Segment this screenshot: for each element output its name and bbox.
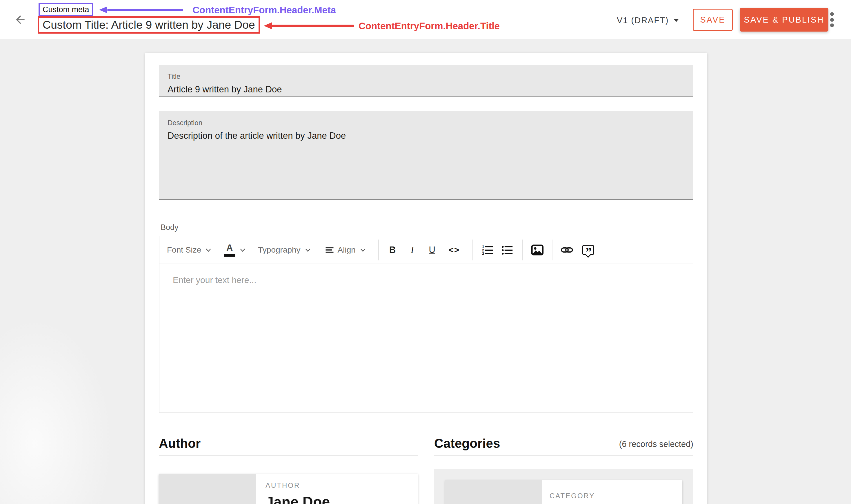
unordered-list-icon [501, 244, 514, 256]
entry-meta-badge: Custom meta [38, 3, 93, 16]
code-button[interactable]: <> [449, 245, 460, 255]
back-button[interactable] [14, 13, 27, 26]
content-entry-form-card: Title Article 9 written by Jane Doe Desc… [145, 53, 707, 504]
kebab-menu-icon [830, 12, 834, 16]
chevron-down-icon [204, 246, 213, 254]
typography-dropdown[interactable]: Typography [258, 245, 312, 255]
content-entry-page: { "header": { "meta": "Custom meta", "ti… [0, 0, 851, 504]
entry-title-text: Custom Title: Article 9 written by Jane … [42, 19, 255, 31]
svg-text:3: 3 [482, 251, 484, 256]
unordered-list-button[interactable] [501, 244, 514, 256]
ordered-list-icon: 1 2 3 [481, 244, 494, 256]
title-field-value: Article 9 written by Jane Doe [168, 84, 684, 95]
save-publish-button-label: SAVE & PUBLISH [744, 15, 824, 24]
image-icon [531, 243, 544, 257]
section-divider [159, 455, 418, 456]
rich-text-editor: Font Size A Typography [159, 236, 693, 413]
section-divider [434, 455, 693, 456]
insert-image-button[interactable] [531, 243, 544, 257]
align-label: Align [338, 245, 355, 255]
save-button-label: SAVE [700, 15, 725, 24]
back-arrow-icon [14, 13, 27, 26]
version-selector[interactable]: V1 (DRAFT) [617, 14, 679, 26]
save-button[interactable]: SAVE [693, 9, 733, 31]
version-label: V1 (DRAFT) [617, 16, 669, 25]
categories-section-title: Categories [434, 436, 500, 451]
title-field[interactable]: Title Article 9 written by Jane Doe [159, 65, 693, 97]
link-icon [560, 244, 573, 256]
toolbar-separator [378, 239, 379, 260]
save-publish-button[interactable]: SAVE & PUBLISH [740, 8, 828, 32]
entry-title-heading: Custom Title: Article 9 written by Jane … [38, 16, 260, 34]
title-annotation-arrow [264, 22, 354, 29]
author-record-card[interactable]: AUTHOR Jane Doe [159, 474, 418, 504]
category-record-card[interactable]: CATEGORY Transportation [445, 480, 682, 504]
categories-selection-count: (6 records selected) [619, 439, 693, 451]
align-icon [324, 245, 335, 255]
description-field-label: Description [168, 119, 684, 127]
title-field-label: Title [168, 72, 684, 80]
chevron-down-icon [359, 246, 367, 254]
chevron-down-icon [238, 246, 247, 254]
toolbar-separator [552, 239, 553, 260]
arrow-head-icon [264, 22, 272, 29]
meta-annotation-arrow [99, 6, 183, 13]
author-record-label: AUTHOR [265, 481, 330, 489]
quote-icon: ” [582, 245, 594, 255]
author-record-value: Jane Doe [265, 493, 330, 504]
entry-meta-text: Custom meta [42, 5, 89, 14]
top-app-bar: Custom meta Custom Title: Article 9 writ… [0, 0, 851, 39]
body-field-label: Body [160, 223, 693, 232]
description-field-value: Description of the article written by Ja… [168, 131, 684, 141]
categories-section: Categories (6 records selected) CATEGORY… [434, 435, 693, 504]
description-field[interactable]: Description Description of the article w… [159, 111, 693, 200]
editor-toolbar: Font Size A Typography [159, 236, 693, 264]
chevron-down-icon [303, 246, 312, 254]
italic-button[interactable]: I [411, 245, 414, 255]
author-section: Author AUTHOR Jane Doe [159, 435, 418, 504]
body-editor-area[interactable]: Enter your text here... [159, 264, 693, 412]
text-color-dropdown[interactable]: A [224, 244, 247, 257]
author-section-title: Author [159, 436, 201, 451]
category-record-label: CATEGORY [550, 492, 651, 500]
align-dropdown[interactable]: Align [324, 245, 367, 255]
insert-link-button[interactable] [560, 244, 573, 256]
reference-sections: Author AUTHOR Jane Doe Categories (6 rec… [159, 435, 693, 504]
arrow-head-icon [99, 6, 107, 13]
body-placeholder: Enter your text here... [173, 275, 679, 285]
ordered-list-button[interactable]: 1 2 3 [481, 244, 494, 256]
category-thumbnail [445, 480, 542, 504]
more-options-button[interactable] [826, 12, 838, 27]
arrow-line [272, 24, 354, 27]
categories-records-list: CATEGORY Transportation [434, 469, 693, 504]
quote-button[interactable]: ” [582, 245, 594, 255]
background-gradient [0, 313, 116, 504]
meta-annotation-label: ContentEntryForm.Header.Meta [192, 5, 336, 16]
font-size-label: Font Size [167, 245, 201, 255]
author-thumbnail [159, 474, 256, 504]
color-swatch-bar [224, 254, 236, 257]
toolbar-separator [522, 239, 523, 260]
bold-button[interactable]: B [389, 245, 396, 255]
arrow-line [107, 9, 183, 11]
text-color-icon: A [224, 244, 236, 257]
font-size-dropdown[interactable]: Font Size [167, 245, 213, 255]
toolbar-separator [472, 239, 473, 260]
body-field-group: Body Font Size A Typography [159, 223, 693, 413]
underline-button[interactable]: U [429, 245, 435, 255]
title-annotation-label: ContentEntryForm.Header.Title [359, 21, 500, 32]
caret-down-icon [674, 19, 679, 22]
typography-label: Typography [258, 245, 300, 255]
